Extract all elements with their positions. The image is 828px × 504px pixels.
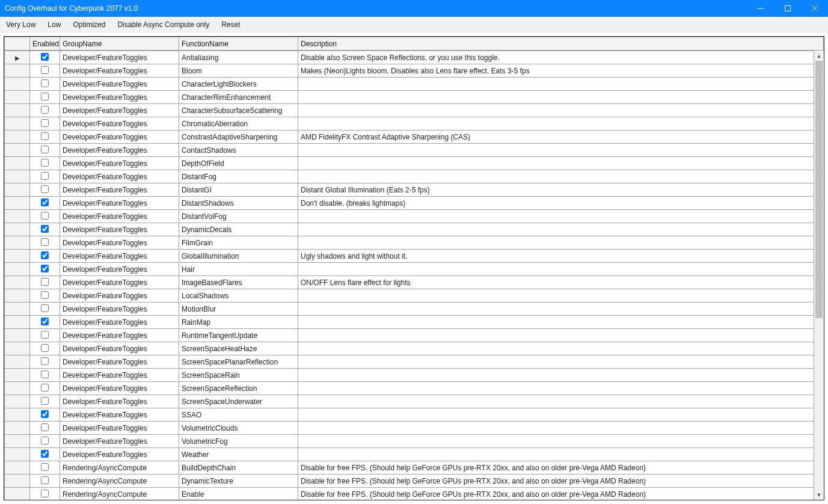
enabled-checkbox[interactable] — [41, 423, 49, 431]
enabled-checkbox[interactable] — [41, 53, 49, 61]
preset-low[interactable]: Low — [48, 20, 61, 29]
description-cell[interactable] — [298, 422, 824, 435]
table-row[interactable]: Developer/FeatureTogglesDistantGIDistant… — [5, 183, 824, 197]
row-header-cell[interactable] — [5, 448, 30, 461]
row-header-cell[interactable] — [5, 223, 30, 236]
table-row[interactable]: Developer/FeatureTogglesSSAO — [5, 408, 824, 422]
enabled-checkbox[interactable] — [41, 225, 49, 233]
enabled-checkbox[interactable] — [41, 79, 49, 87]
scroll-track[interactable] — [814, 61, 824, 490]
row-header-cell[interactable] — [5, 461, 30, 475]
description-cell[interactable] — [298, 329, 824, 342]
groupname-cell[interactable]: Developer/FeatureToggles — [60, 369, 179, 382]
preset-reset[interactable]: Reset — [221, 20, 240, 29]
groupname-cell[interactable]: Developer/FeatureToggles — [60, 117, 179, 131]
table-row[interactable]: Developer/FeatureTogglesScreenSpacePlana… — [5, 355, 824, 369]
enabled-checkbox[interactable] — [41, 93, 49, 100]
vertical-scrollbar[interactable]: ▲ ▼ — [814, 51, 824, 500]
enabled-checkbox[interactable] — [41, 397, 49, 405]
row-header-cell[interactable] — [5, 435, 30, 448]
description-cell[interactable] — [298, 395, 824, 408]
groupname-cell[interactable]: Rendering/AsyncCompute — [60, 488, 179, 500]
row-header-cell[interactable] — [5, 210, 30, 223]
description-cell[interactable] — [298, 210, 824, 223]
enabled-checkbox[interactable] — [41, 198, 49, 206]
description-cell[interactable] — [298, 157, 824, 170]
column-header-group[interactable]: GroupName — [60, 37, 179, 51]
row-header-cell[interactable] — [5, 170, 30, 183]
table-row[interactable]: Developer/FeatureTogglesFilmGrain — [5, 236, 824, 250]
description-cell[interactable] — [298, 104, 824, 117]
groupname-cell[interactable]: Developer/FeatureToggles — [60, 223, 179, 236]
groupname-cell[interactable]: Developer/FeatureToggles — [60, 210, 179, 223]
enabled-checkbox[interactable] — [41, 463, 49, 471]
enabled-checkbox[interactable] — [41, 212, 49, 220]
functionname-cell[interactable]: LocalShadows — [179, 289, 298, 303]
groupname-cell[interactable]: Developer/FeatureToggles — [60, 91, 179, 104]
row-header-cell[interactable] — [5, 117, 30, 131]
table-row[interactable]: Developer/FeatureTogglesScreenSpaceHeatH… — [5, 342, 824, 355]
enabled-checkbox[interactable] — [41, 291, 49, 299]
table-row[interactable]: Developer/FeatureTogglesMotionBlur — [5, 303, 824, 316]
groupname-cell[interactable]: Developer/FeatureToggles — [60, 303, 179, 316]
functionname-cell[interactable]: BuildDepthChain — [179, 461, 298, 475]
description-cell[interactable] — [298, 435, 824, 448]
table-row[interactable]: ▶Developer/FeatureTogglesAntialiasingDis… — [5, 51, 824, 64]
groupname-cell[interactable]: Developer/FeatureToggles — [60, 250, 179, 263]
row-header-cell[interactable] — [5, 64, 30, 78]
table-row[interactable]: Rendering/AsyncComputeEnableDisable for … — [5, 488, 824, 500]
scroll-thumb[interactable] — [815, 61, 823, 318]
groupname-cell[interactable]: Developer/FeatureToggles — [60, 382, 179, 395]
functionname-cell[interactable]: VolumetricFog — [179, 435, 298, 448]
enabled-checkbox[interactable] — [41, 476, 49, 484]
groupname-cell[interactable]: Rendering/AsyncCompute — [60, 475, 179, 488]
enabled-checkbox[interactable] — [41, 331, 49, 339]
groupname-cell[interactable]: Developer/FeatureToggles — [60, 170, 179, 183]
groupname-cell[interactable]: Developer/FeatureToggles — [60, 183, 179, 197]
enabled-checkbox[interactable] — [41, 251, 49, 259]
description-cell[interactable]: Makes (Neon)Lights bloom. Disables also … — [298, 64, 824, 78]
description-cell[interactable] — [298, 223, 824, 236]
table-row[interactable]: Developer/FeatureTogglesDepthOfField — [5, 157, 824, 170]
groupname-cell[interactable]: Developer/FeatureToggles — [60, 144, 179, 157]
functionname-cell[interactable]: Bloom — [179, 64, 298, 78]
description-cell[interactable] — [298, 263, 824, 276]
description-cell[interactable] — [298, 355, 824, 369]
table-row[interactable]: Developer/FeatureTogglesVolumetricClouds — [5, 422, 824, 435]
column-header-function[interactable]: FunctionName — [179, 37, 298, 51]
description-cell[interactable] — [298, 369, 824, 382]
enabled-checkbox[interactable] — [41, 159, 49, 167]
row-header-cell[interactable] — [5, 263, 30, 276]
enabled-checkbox[interactable] — [41, 490, 49, 497]
table-row[interactable]: Developer/FeatureTogglesDynamicDecals — [5, 223, 824, 236]
groupname-cell[interactable]: Developer/FeatureToggles — [60, 236, 179, 250]
table-row[interactable]: Developer/FeatureTogglesDistantShadowsDo… — [5, 197, 824, 210]
row-header-cell[interactable] — [5, 303, 30, 316]
row-header-cell[interactable] — [5, 382, 30, 395]
functionname-cell[interactable]: CharacterRimEnhancement — [179, 91, 298, 104]
groupname-cell[interactable]: Developer/FeatureToggles — [60, 422, 179, 435]
row-header-cell[interactable] — [5, 395, 30, 408]
groupname-cell[interactable]: Developer/FeatureToggles — [60, 395, 179, 408]
description-cell[interactable] — [298, 316, 824, 329]
column-header-description[interactable]: Description — [298, 37, 824, 51]
functionname-cell[interactable]: CharacterLightBlockers — [179, 78, 298, 91]
description-cell[interactable]: Distant Global Illumination (Eats 2-5 fp… — [298, 183, 824, 197]
functionname-cell[interactable]: DistantShadows — [179, 197, 298, 210]
functionname-cell[interactable]: GlobalIllumination — [179, 250, 298, 263]
table-row[interactable]: Developer/FeatureTogglesScreenSpaceRain — [5, 369, 824, 382]
groupname-cell[interactable]: Developer/FeatureToggles — [60, 64, 179, 78]
enabled-checkbox[interactable] — [41, 370, 49, 378]
table-row[interactable]: Developer/FeatureTogglesDistantVolFog — [5, 210, 824, 223]
row-header-cell[interactable] — [5, 408, 30, 422]
groupname-cell[interactable]: Developer/FeatureToggles — [60, 329, 179, 342]
functionname-cell[interactable]: ScreenSpaceHeatHaze — [179, 342, 298, 355]
functionname-cell[interactable]: ConstrastAdaptiveSharpening — [179, 131, 298, 144]
description-cell[interactable]: Don't disable. (breaks lightmaps) — [298, 197, 824, 210]
row-header-cell[interactable] — [5, 157, 30, 170]
description-cell[interactable] — [298, 170, 824, 183]
description-cell[interactable] — [298, 144, 824, 157]
description-cell[interactable] — [298, 289, 824, 303]
enabled-checkbox[interactable] — [41, 119, 49, 127]
row-header-cell[interactable] — [5, 422, 30, 435]
